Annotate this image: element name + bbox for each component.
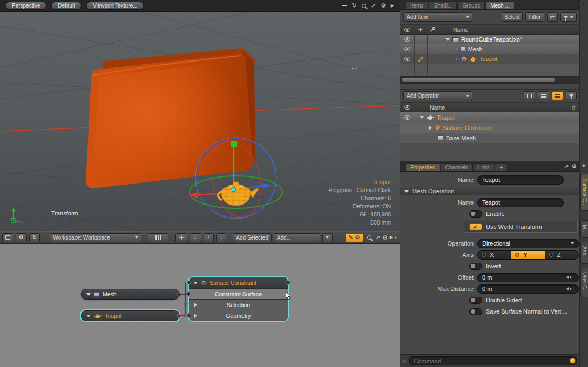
collapsed-triangle-icon[interactable] <box>194 303 197 307</box>
item-label[interactable]: Teapot <box>479 56 497 62</box>
tab-overflow-chevron-icon[interactable] <box>517 5 521 7</box>
geometry-row[interactable]: Geometry <box>189 310 288 321</box>
operator-label[interactable]: Surface Constraint <box>443 125 492 131</box>
properties-panel-arrow-icon[interactable]: ▶ <box>583 164 586 168</box>
spinner-right-icon[interactable] <box>570 276 572 279</box>
item-list-hscrollbar[interactable] <box>400 76 580 83</box>
mesh-operation-section-header[interactable]: Mesh Operation <box>400 187 580 195</box>
axis-z-option[interactable]: Z <box>545 251 578 259</box>
filter-button[interactable]: Filter <box>525 12 544 22</box>
item-name-input[interactable] <box>482 176 559 183</box>
viewport-options-gear-icon[interactable]: ⚙ <box>381 3 386 9</box>
command-input[interactable] <box>414 358 567 364</box>
eye-icon[interactable] <box>404 57 410 61</box>
enable-checkbox[interactable] <box>469 210 482 218</box>
setup-wrench-icon[interactable] <box>418 56 424 62</box>
tab-items[interactable]: Items <box>405 1 428 9</box>
add-dropdown-button[interactable] <box>322 233 333 242</box>
corner-chevron-icon[interactable] <box>582 3 585 5</box>
move-z-cap[interactable] <box>262 183 271 189</box>
operator-label[interactable]: Teapot <box>437 114 455 121</box>
eye-icon[interactable] <box>404 37 410 42</box>
double-sided-checkbox[interactable] <box>469 297 482 304</box>
selection-row[interactable]: Selection <box>189 299 288 310</box>
value-spinner[interactable] <box>564 274 574 282</box>
move-down-button[interactable]: ↓ <box>216 233 226 242</box>
panel-gear-icon[interactable]: ⚙ <box>571 164 577 169</box>
workspace-dropdown[interactable]: Workspace: Workspace <box>50 233 141 242</box>
setup-column-wrench-icon[interactable] <box>430 26 436 32</box>
operator-label[interactable]: Base Mesh <box>446 135 476 141</box>
viewport-3d[interactable]: Perspective Default Viewport Texture... … <box>0 0 400 231</box>
expand-triangle-icon[interactable] <box>86 315 91 317</box>
add-operator-dropdown[interactable]: Add Operator <box>403 91 472 100</box>
collapsed-triangle-icon[interactable] <box>194 314 197 318</box>
tab-shading[interactable]: Shadi... <box>429 1 457 9</box>
overlay-edit-toggle[interactable]: ✎⚙ <box>345 233 363 242</box>
panel-grip[interactable]: ⁞ <box>401 2 402 8</box>
tab-groups[interactable]: Groups <box>457 1 485 9</box>
save-surface-normal-checkbox[interactable] <box>469 308 482 315</box>
operator-name-field[interactable] <box>477 198 564 207</box>
eye-icon[interactable] <box>404 47 410 51</box>
side-tab-m[interactable]: M... <box>580 220 588 238</box>
tab-lists[interactable]: Lists <box>474 163 495 171</box>
maximize-schematic-icon[interactable]: ↗ <box>375 235 380 241</box>
expand-triangle-icon[interactable] <box>86 293 91 296</box>
round-cube-mesh[interactable] <box>92 52 253 181</box>
swap-columns-button[interactable]: ⇄ <box>547 12 558 22</box>
axis-x-option[interactable]: X <box>478 251 511 259</box>
viewport-panel-arrow-icon[interactable]: ▶ <box>391 4 394 8</box>
visibility-column-eye-icon[interactable] <box>404 28 410 32</box>
item-label[interactable]: RoundCubeTeapot.lxo° <box>461 36 522 43</box>
thumbnail-view-button[interactable] <box>148 233 168 242</box>
expand-triangle-icon[interactable] <box>404 190 409 193</box>
use-world-transform-checkbox[interactable] <box>469 223 482 230</box>
offset-value[interactable]: 0 m <box>482 274 492 281</box>
maximize-viewport-icon[interactable]: ↗ <box>371 3 376 9</box>
eye-icon[interactable] <box>404 115 410 120</box>
panel-grip[interactable]: ⁞ <box>401 164 402 169</box>
link-nodes-button[interactable] <box>175 233 187 242</box>
list-view-button[interactable] <box>538 91 549 100</box>
side-tab-assembly[interactable]: Ass... <box>580 242 588 264</box>
tab-mesh-ops[interactable]: Mesh ... <box>485 1 515 9</box>
expand-triangle-icon[interactable] <box>420 116 424 119</box>
operator-filter-button[interactable] <box>566 91 577 100</box>
schematic-panel-arrow-icon[interactable]: ▶ <box>390 235 393 240</box>
expand-triangle-icon[interactable] <box>445 38 450 41</box>
select-button[interactable]: Select <box>502 12 523 22</box>
spinner-right-icon[interactable] <box>570 287 572 290</box>
expand-plus-icon[interactable]: + <box>455 56 458 62</box>
surface-constraint-node[interactable]: ⚙ Surface Constraint Constraint Surface … <box>189 277 288 321</box>
workspace-new-button[interactable] <box>2 233 13 242</box>
align-left-button[interactable]: ← <box>190 233 201 242</box>
max-distance-value[interactable]: 0 m <box>482 286 492 292</box>
item-name-field[interactable] <box>477 175 564 185</box>
operator-list-empty-area[interactable] <box>400 143 580 162</box>
tab-channels[interactable]: Channels <box>441 163 473 171</box>
teapot-node[interactable]: Teapot <box>81 310 179 321</box>
add-selected-button[interactable]: Add Selected <box>233 233 272 242</box>
command-history-button[interactable] <box>570 358 576 364</box>
expand-triangle-icon[interactable] <box>193 282 198 284</box>
side-tab-surface-constraint[interactable]: Surface C... <box>580 174 588 211</box>
invert-checkbox[interactable] <box>469 263 482 270</box>
rotate-view-icon[interactable]: ↻ <box>352 3 357 9</box>
workspace-sync-button[interactable]: ↻ <box>29 233 40 242</box>
zoom-schematic-icon[interactable] <box>367 235 371 240</box>
perspective-button[interactable]: Perspective <box>5 2 46 10</box>
tab-add[interactable]: + <box>495 163 508 171</box>
schematic-canvas[interactable]: Mesh Teapot ⚙ Surface Constraint Const <box>0 244 400 367</box>
operator-row-surface-constraint[interactable]: ⚙ Surface Constraint <box>400 123 580 133</box>
spinner-left-icon[interactable] <box>566 287 569 290</box>
tab-properties[interactable]: Properties <box>405 163 440 171</box>
axis-y-option[interactable]: Y <box>511 251 545 259</box>
add-button[interactable]: Add... <box>274 233 320 242</box>
pan-view-icon[interactable] <box>342 3 347 9</box>
node-header[interactable]: ⚙ Surface Constraint <box>189 277 288 288</box>
schematic-options-gear-icon[interactable]: ⚙ <box>382 235 388 241</box>
spinner-left-icon[interactable] <box>566 276 569 279</box>
mesh-node[interactable]: Mesh <box>81 289 179 300</box>
viewport-texture-button[interactable]: Viewport Texture... <box>86 2 144 10</box>
